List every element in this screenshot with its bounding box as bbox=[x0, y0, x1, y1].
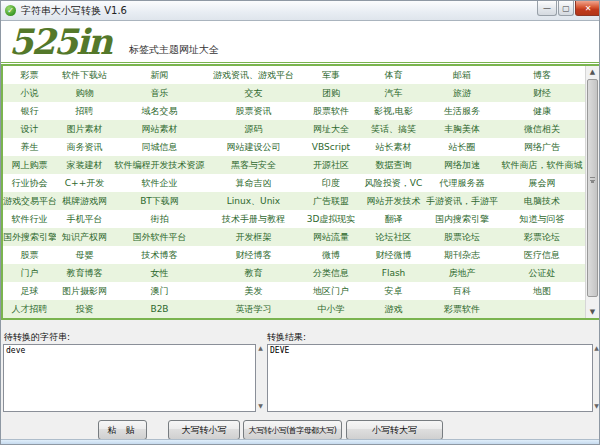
link-cell[interactable]: 软件企业 bbox=[113, 174, 206, 192]
link-cell[interactable]: 街拍 bbox=[113, 210, 206, 228]
link-cell[interactable]: C++开发 bbox=[56, 174, 113, 192]
maximize-button[interactable]: ▢ bbox=[558, 1, 574, 16]
link-cell[interactable]: 母婴 bbox=[56, 246, 113, 264]
link-cell[interactable]: 算命吉凶 bbox=[206, 174, 301, 192]
link-cell[interactable]: 风险投资，VC bbox=[361, 174, 426, 192]
link-cell[interactable]: 小说 bbox=[3, 84, 56, 102]
link-cell[interactable]: 股票资讯 bbox=[206, 102, 301, 120]
link-cell[interactable]: 国外软件平台 bbox=[113, 228, 206, 246]
link-cell[interactable]: 生活服务 bbox=[426, 102, 498, 120]
link-cell[interactable]: 彩票软件 bbox=[426, 300, 498, 318]
source-scroll-up-icon[interactable]: ▲ bbox=[256, 344, 265, 352]
link-cell[interactable]: 翻译 bbox=[361, 210, 426, 228]
link-cell[interactable]: 教育博客 bbox=[56, 264, 113, 282]
link-cell[interactable]: 论坛社区 bbox=[361, 228, 426, 246]
link-cell[interactable]: 网站素材 bbox=[113, 120, 206, 138]
link-cell[interactable]: 期刊杂志 bbox=[426, 246, 498, 264]
link-cell[interactable]: 同城信息 bbox=[113, 138, 206, 156]
link-cell[interactable]: 网站流量 bbox=[301, 228, 361, 246]
link-cell[interactable]: 健康 bbox=[498, 102, 586, 120]
link-cell[interactable]: 国内搜索引擎 bbox=[426, 210, 498, 228]
link-cell[interactable]: 技术博客 bbox=[113, 246, 206, 264]
link-cell[interactable]: 银行 bbox=[3, 102, 56, 120]
link-cell[interactable]: 中小学 bbox=[301, 300, 361, 318]
link-cell[interactable]: 游戏 bbox=[361, 300, 426, 318]
link-cell[interactable]: 公证处 bbox=[498, 264, 586, 282]
link-cell[interactable]: 安卓 bbox=[361, 282, 426, 300]
link-cell[interactable]: 养生 bbox=[3, 138, 56, 156]
link-cell[interactable]: 地区门户 bbox=[301, 282, 361, 300]
scrollbar-thumb[interactable] bbox=[587, 79, 598, 297]
site-logo[interactable]: 525in bbox=[9, 21, 111, 63]
result-scroll-down-icon[interactable]: ▼ bbox=[592, 402, 600, 410]
link-cell[interactable]: 开发框架 bbox=[206, 228, 301, 246]
table-scrollbar[interactable]: ▲ ▼ bbox=[585, 66, 599, 318]
link-cell[interactable]: 财经博客 bbox=[206, 246, 301, 264]
minimize-button[interactable]: — bbox=[537, 1, 557, 16]
link-cell[interactable]: 购物 bbox=[56, 84, 113, 102]
link-cell[interactable]: 域名交易 bbox=[113, 102, 206, 120]
link-cell[interactable]: 女性 bbox=[113, 264, 206, 282]
link-cell[interactable]: VBScript bbox=[301, 138, 361, 156]
link-cell[interactable]: Flash bbox=[361, 264, 426, 282]
link-cell[interactable]: 软件商店，软件商城 bbox=[498, 156, 586, 174]
link-cell[interactable]: 商务资讯 bbox=[56, 138, 113, 156]
link-cell[interactable]: 微博 bbox=[301, 246, 361, 264]
result-scrollbar[interactable]: ▲ ▼ bbox=[592, 344, 600, 410]
link-cell[interactable]: 影视,电影 bbox=[361, 102, 426, 120]
link-cell[interactable]: 微信相关 bbox=[498, 120, 586, 138]
link-cell[interactable]: 澳门 bbox=[113, 282, 206, 300]
link-cell[interactable]: 代理服务器 bbox=[426, 174, 498, 192]
source-scrollbar[interactable]: ▲ ▼ bbox=[256, 344, 265, 410]
lower-to-upper-button[interactable]: 小写转大写 bbox=[346, 420, 443, 440]
paste-button[interactable]: 粘 贴 bbox=[98, 420, 147, 440]
link-cell[interactable]: 团购 bbox=[301, 84, 361, 102]
scroll-down-icon[interactable]: ▼ bbox=[586, 306, 599, 318]
link-cell[interactable]: 广告联盟 bbox=[301, 192, 361, 210]
link-cell[interactable]: 展会网 bbox=[498, 174, 586, 192]
link-cell[interactable]: 投资 bbox=[56, 300, 113, 318]
link-cell[interactable]: 站长圈 bbox=[426, 138, 498, 156]
link-cell[interactable]: 网站开发技术 bbox=[361, 192, 426, 210]
link-cell[interactable]: 知识产权网 bbox=[56, 228, 113, 246]
link-cell[interactable]: BT下载网 bbox=[113, 192, 206, 210]
link-cell[interactable]: 足球 bbox=[3, 282, 56, 300]
title-bar[interactable]: ✓ 字符串大小写转换 V1.6 — ▢ ✕ bbox=[1, 1, 600, 21]
link-cell[interactable]: 设计 bbox=[3, 120, 56, 138]
result-textarea[interactable]: DEVE bbox=[267, 344, 593, 412]
link-cell[interactable]: 手机平台 bbox=[56, 210, 113, 228]
link-cell[interactable]: 电脑技术 bbox=[498, 192, 586, 210]
link-cell[interactable]: 地图 bbox=[498, 282, 586, 300]
link-cell[interactable]: 招聘 bbox=[56, 102, 113, 120]
link-cell[interactable]: 手游资讯，手游平台 bbox=[426, 192, 498, 210]
link-cell[interactable]: 房地产 bbox=[426, 264, 498, 282]
link-cell[interactable]: 3D虚拟现实 bbox=[301, 210, 361, 228]
link-cell[interactable]: 百科 bbox=[426, 282, 498, 300]
link-cell[interactable]: B2B bbox=[113, 300, 206, 318]
link-cell[interactable]: 软件下载站 bbox=[56, 66, 113, 84]
link-cell[interactable]: 网络广告 bbox=[498, 138, 586, 156]
link-cell[interactable]: 股票论坛 bbox=[426, 228, 498, 246]
link-cell[interactable]: 门户 bbox=[3, 264, 56, 282]
close-button[interactable]: ✕ bbox=[575, 1, 600, 16]
link-cell[interactable]: 知道与问答 bbox=[498, 210, 586, 228]
link-cell[interactable]: 黑客与安全 bbox=[206, 156, 301, 174]
link-cell[interactable]: 游戏交易平台 bbox=[3, 192, 56, 210]
link-cell[interactable]: 源码 bbox=[206, 120, 301, 138]
source-textarea[interactable]: deve bbox=[3, 344, 256, 412]
link-cell[interactable]: 国外搜索引擎 bbox=[3, 228, 56, 246]
link-cell[interactable]: 新闻 bbox=[113, 66, 206, 84]
link-cell[interactable]: 教育 bbox=[206, 264, 301, 282]
link-cell[interactable]: 旅游 bbox=[426, 84, 498, 102]
link-cell[interactable]: 开源社区 bbox=[301, 156, 361, 174]
link-cell[interactable]: 财经微博 bbox=[361, 246, 426, 264]
link-cell[interactable]: 音乐 bbox=[113, 84, 206, 102]
link-cell[interactable]: 英语学习 bbox=[206, 300, 301, 318]
link-cell[interactable]: 丰胸美体 bbox=[426, 120, 498, 138]
link-cell[interactable]: 网上购票 bbox=[3, 156, 56, 174]
upper-to-lower-capitalize-button[interactable]: 大写转小写(首字母都大写) bbox=[243, 420, 342, 440]
link-cell[interactable]: 印度 bbox=[301, 174, 361, 192]
link-cell[interactable]: 站长素材 bbox=[361, 138, 426, 156]
link-cell[interactable]: 游戏资讯、游戏平台 bbox=[206, 66, 301, 84]
link-cell[interactable]: 股票软件 bbox=[301, 102, 361, 120]
